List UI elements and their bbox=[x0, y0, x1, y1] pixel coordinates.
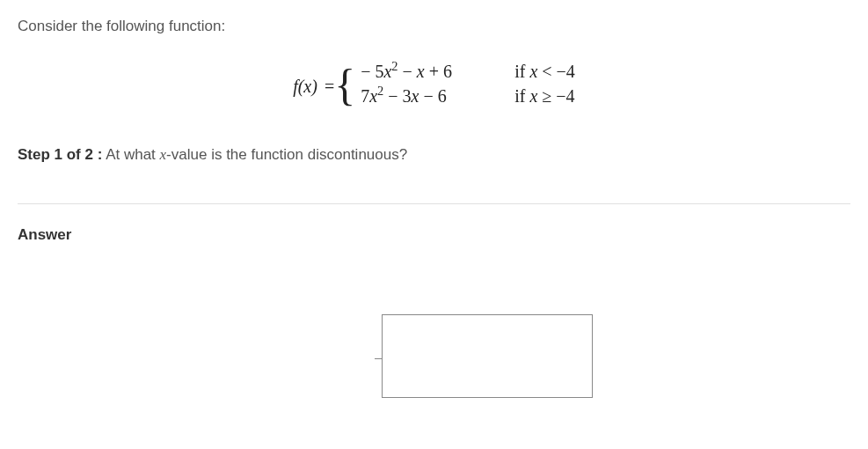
cursor-tick-icon bbox=[375, 358, 382, 359]
case2-expression: 7x2 − 3x − 6 bbox=[361, 86, 497, 107]
intro-text: Consider the following function: bbox=[18, 18, 850, 35]
step-prompt: Step 1 of 2 : At what x-value is the fun… bbox=[18, 146, 850, 164]
fx-text: f(x) bbox=[293, 77, 317, 96]
function-name: f(x) bbox=[293, 77, 317, 97]
case2-condition: if x ≥ −4 bbox=[514, 86, 574, 107]
step-label: Step 1 of 2 : bbox=[18, 146, 102, 163]
case1-expression: − 5x2 − x + 6 bbox=[361, 62, 497, 82]
case-row-2: 7x2 − 3x − 6 if x ≥ −4 bbox=[361, 86, 575, 111]
answer-label: Answer bbox=[18, 226, 850, 244]
answer-box-container bbox=[382, 314, 593, 401]
cases-container: − 5x2 − x + 6 if x < −4 7x2 − 3x − 6 if … bbox=[361, 62, 575, 111]
case-row-1: − 5x2 − x + 6 if x < −4 bbox=[361, 62, 575, 86]
step-text-before: At what bbox=[102, 146, 159, 163]
answer-area bbox=[123, 314, 850, 401]
left-brace: { bbox=[334, 63, 355, 107]
equals-sign: = bbox=[325, 77, 334, 97]
case1-condition: if x < −4 bbox=[514, 62, 575, 82]
answer-input[interactable] bbox=[382, 314, 593, 398]
step-text-after: -value is the function discontinuous? bbox=[166, 146, 407, 163]
section-divider bbox=[18, 203, 850, 204]
step-x: x bbox=[160, 146, 167, 163]
piecewise-function: f(x) = { − 5x2 − x + 6 if x < −4 7x2 − 3… bbox=[18, 62, 850, 111]
